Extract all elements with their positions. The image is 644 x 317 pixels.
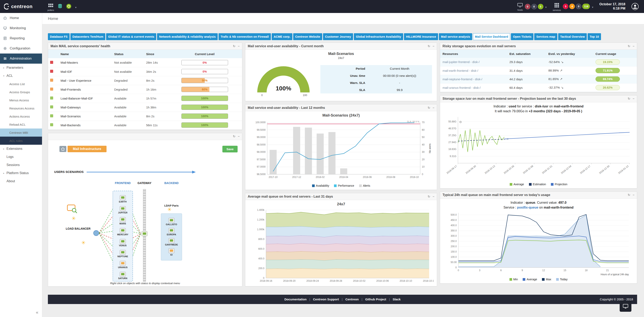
save-button[interactable]: Save — [222, 146, 238, 152]
sidebar-item-platform-status[interactable]: ▸Platform Status — [0, 169, 42, 177]
sidebar-item-access-groups[interactable]: Access Groups — [0, 88, 42, 96]
tab-datacenters-tem-hum[interactable]: Datacenters Tem/Hum — [70, 33, 105, 40]
tab-top-10[interactable]: Top 10 — [588, 33, 601, 40]
collapse-icon[interactable]: − — [633, 44, 634, 48]
status-count-badge[interactable]: 0 — [525, 4, 530, 9]
tab-global-it-status-current-events[interactable]: Global IT status & current events — [106, 33, 156, 40]
user-avatar[interactable] — [632, 3, 639, 10]
tab-mail-service-analysis[interactable]: Mail service analysis — [439, 33, 472, 40]
server-node-jupiter[interactable]: JUPITER — [114, 206, 132, 214]
sidebar-item-acl-rules[interactable]: ACL rules — [0, 137, 42, 145]
export-configuration-icon[interactable] — [66, 3, 72, 10]
table-row[interactable]: Mail-GatewaysAvailable1h 38m100% — [48, 103, 242, 112]
sidebar-item-sessions[interactable]: Sessions — [0, 161, 42, 169]
table-row[interactable]: Mail-MastersNot available28m 14s0% — [48, 58, 242, 67]
server-node-gallisto[interactable]: GALLISTO — [162, 218, 180, 226]
footer-link-centreon[interactable]: Centreon — [345, 298, 359, 301]
refresh-icon[interactable]: ↻ — [233, 135, 236, 138]
footer-link-github-project[interactable]: Github Project — [365, 298, 386, 301]
table-row[interactable]: Mail-BackendsAvailable56m 11s100% — [48, 121, 242, 129]
status-count-badge[interactable]: 0 — [576, 4, 581, 9]
sidebar-item-access-list[interactable]: Access List — [0, 80, 42, 88]
server-node-uranus[interactable]: URANUS — [114, 261, 132, 269]
centreon-logo[interactable]: centreon — [0, 3, 42, 9]
database-icon[interactable] — [58, 3, 62, 10]
user-scenario-icon[interactable] — [67, 204, 78, 214]
sidebar-item-logs[interactable]: Logs — [0, 153, 42, 161]
collapse-icon[interactable]: − — [432, 44, 434, 48]
server-node-mars[interactable]: MARS — [114, 217, 132, 225]
table-row[interactable]: mail-earth-frontend - disk-/31.4 days88.… — [440, 66, 637, 75]
chevron-down-icon[interactable]: ▾ — [75, 6, 76, 9]
table-row[interactable]: Mail-IDFNot available34m 2s0% — [48, 67, 242, 76]
collapse-icon[interactable]: − — [432, 195, 434, 198]
table-row[interactable]: Mail - User ExperienceDegraded8m 2s50% — [48, 76, 242, 85]
sidebar-item-parameters[interactable]: ▸Parameters — [0, 64, 42, 72]
server-node-mercury[interactable]: MERCURY — [114, 228, 132, 236]
tab-acme-corp[interactable]: ACME corp. — [272, 33, 292, 40]
tab-open-tickets[interactable]: Open Tickets — [511, 33, 534, 40]
table-row[interactable]: Mail-FrontendsDegraded1h 16m60% — [48, 85, 242, 94]
tab-hillmore-insurance[interactable]: HILLMORE Insurance — [404, 33, 438, 40]
tab-database-fs[interactable]: Database FS — [48, 33, 70, 40]
tab-global-infrastructure-availability[interactable]: Global Infrastructure Availability — [354, 33, 403, 40]
footer-link-centreon-support[interactable]: Centreon Support — [313, 298, 339, 301]
tab-trafic-nb-connection-on-firewall[interactable]: Trafic & Nb connection on Firewall — [218, 33, 271, 40]
tab-mail-service-dashboard[interactable]: Mail Service Dashboard — [473, 33, 510, 40]
sidebar-item-menus-access[interactable]: Menus Access — [0, 96, 42, 104]
footer-link-slack[interactable]: Slack — [392, 298, 400, 301]
gateway-hub-node[interactable] — [142, 231, 148, 236]
refresh-icon[interactable]: ↻ — [428, 195, 430, 198]
tab-network-availability-reliability-analysis[interactable]: Network availability & reliability analy… — [157, 33, 218, 40]
sidebar-collapse-button[interactable]: « — [0, 308, 42, 317]
collapse-icon[interactable]: − — [432, 106, 434, 110]
server-node-europa[interactable]: EUROPA — [162, 228, 180, 236]
table-row[interactable]: Load-Balancer-Mail-IDFAvailable1h 57m100… — [48, 94, 242, 103]
fullscreen-toggle-button[interactable] — [620, 301, 632, 312]
sidebar-item-about[interactable]: About — [0, 177, 42, 185]
sidebar-item-monitoring[interactable]: Monitoring — [0, 23, 42, 33]
sidebar-item-acl[interactable]: ▾ACL — [0, 72, 42, 80]
services-status-group[interactable]: services 540118 ▾ — [553, 1, 593, 11]
refresh-icon[interactable]: ↻ — [233, 44, 236, 48]
server-node-ganymede[interactable]: GANYMEDE — [162, 238, 180, 246]
chevron-down-icon[interactable]: ▾ — [592, 6, 593, 9]
sidebar-item-home[interactable]: Home — [0, 13, 42, 23]
status-count-badge[interactable]: 4 — [569, 4, 575, 9]
sidebar-item-resources-access[interactable]: Resources Access — [0, 104, 42, 112]
refresh-icon[interactable]: ↻ — [428, 44, 430, 48]
refresh-icon[interactable]: ↻ — [628, 44, 630, 48]
sidebar-item-reload-acl[interactable]: Reload ACL — [0, 120, 42, 128]
status-count-badge[interactable]: 0 — [532, 4, 537, 9]
hosts-status-group[interactable]: hosts 005 ▾ — [518, 2, 546, 11]
collapse-icon[interactable]: − — [633, 97, 634, 100]
collapse-icon[interactable]: − — [238, 135, 240, 138]
status-count-badge[interactable]: 118 — [582, 4, 590, 9]
load-balancer-node[interactable] — [93, 230, 99, 236]
server-node-venus[interactable]: VENUS — [114, 239, 132, 247]
sidebar-item-configuration[interactable]: Configuration — [0, 43, 42, 53]
sidebar-item-actions-access[interactable]: Actions Access — [0, 112, 42, 120]
sidebar-item-administration[interactable]: Administration — [0, 53, 42, 64]
chevron-down-icon[interactable]: ▾ — [546, 6, 547, 9]
table-row[interactable]: mail-neptune-frontend - disk-/44.2 days8… — [440, 75, 637, 83]
refresh-icon[interactable]: ↻ — [628, 97, 630, 100]
table-row[interactable]: mail-uranus-frontend - disk-/60.4 days-3… — [440, 83, 637, 92]
table-row[interactable]: mail-jupiter-frontend - disk-/29.3 days-… — [440, 58, 637, 66]
tab-tactical-overview[interactable]: Tactical Overview — [558, 33, 587, 40]
server-node-io[interactable]: IO — [162, 248, 180, 256]
table-row[interactable]: Mail-ScenariosAvailable8m 2s100% — [48, 112, 242, 121]
server-node-saturn[interactable]: SATURN — [114, 272, 132, 280]
status-count-badge[interactable]: 5 — [563, 4, 568, 9]
tab-centreon-website[interactable]: Centreon Website — [293, 33, 322, 40]
refresh-icon[interactable]: ↻ — [628, 193, 630, 197]
server-node-neptune[interactable]: NEPTUNE — [114, 250, 132, 258]
pollers-menu[interactable]: pollers ▾ — [48, 1, 76, 11]
server-node-earth[interactable]: EARTH — [114, 195, 132, 203]
sidebar-item-reporting[interactable]: Reporting — [0, 33, 42, 43]
status-count-badge[interactable]: 5 — [538, 4, 543, 9]
collapse-icon[interactable]: − — [633, 193, 634, 197]
refresh-icon[interactable]: ↻ — [428, 106, 430, 110]
footer-link-documentation[interactable]: Documentation — [284, 298, 306, 301]
collapse-icon[interactable]: − — [238, 44, 240, 48]
